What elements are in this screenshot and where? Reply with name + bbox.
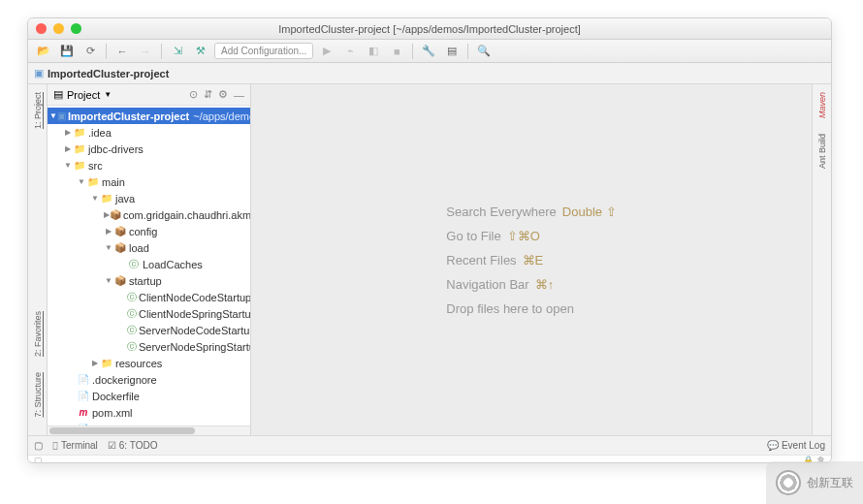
- tree-folder-resources[interactable]: ▶📁resources: [48, 355, 250, 371]
- hint-go-to-file: Go to File: [446, 229, 500, 243]
- hint-key: ⌘E: [523, 253, 544, 268]
- tree-hint: ~/apps/demos/Import: [193, 110, 250, 122]
- save-icon[interactable]: 💾: [57, 43, 77, 60]
- collapse-icon[interactable]: ⇵: [204, 88, 212, 101]
- todo-icon: ☑: [108, 440, 116, 451]
- project-tree[interactable]: ▼▣ ImportedCluster-project ~/apps/demos/…: [48, 106, 250, 425]
- project-tool-window: ▤ Project ▼ ⊙ ⇵ ⚙ — ▼▣ ImportedCluster-p…: [48, 84, 251, 435]
- watermark-text: 创新互联: [807, 475, 853, 491]
- tree-root[interactable]: ▼▣ ImportedCluster-project ~/apps/demos/…: [48, 108, 250, 124]
- breadcrumb-root[interactable]: ImportedCluster-project: [48, 68, 169, 79]
- tree-file-dockerfile[interactable]: 📄Dockerfile: [48, 388, 250, 404]
- hint-key: ⌘↑: [535, 277, 555, 292]
- search-icon[interactable]: 🔍: [474, 43, 494, 60]
- tree-class-s4[interactable]: ⓒServerNodeSpringStartup: [48, 338, 250, 355]
- event-log-tab[interactable]: 💬Event Log: [767, 440, 825, 451]
- status-show-icon[interactable]: ▢: [34, 440, 43, 451]
- hammer-icon[interactable]: ⚒: [191, 43, 210, 60]
- main-toolbar: 📂 💾 ⟳ ← → ⇲ ⚒ Add Configuration... ▶ ⌁ ◧…: [28, 40, 831, 63]
- project-icon: ▣: [34, 67, 44, 79]
- run-config-dropdown[interactable]: Add Configuration...: [214, 43, 313, 59]
- right-gutter: Maven Ant Build: [812, 84, 831, 435]
- gear-icon[interactable]: ⚙: [218, 88, 228, 101]
- forward-icon[interactable]: →: [136, 43, 155, 60]
- tree-class-s1[interactable]: ⓒClientNodeCodeStartup: [48, 289, 250, 305]
- horizontal-scrollbar[interactable]: [48, 425, 250, 435]
- tree-package-load[interactable]: ▼📦load: [48, 239, 250, 256]
- tree-folder-java[interactable]: ▼📁java: [48, 190, 250, 206]
- stop-icon[interactable]: ■: [387, 43, 406, 60]
- tree-class-loadcaches[interactable]: ⓒLoadCaches: [48, 256, 250, 272]
- navigation-bar[interactable]: ▣ ImportedCluster-project: [28, 63, 831, 84]
- tool-project-tab[interactable]: 1: Project: [33, 88, 43, 133]
- todo-tab[interactable]: ☑6: TODO: [108, 440, 158, 451]
- terminal-icon: ⌷: [52, 440, 58, 451]
- tree-package-startup[interactable]: ▼📦startup: [48, 272, 250, 289]
- structure-icon[interactable]: ▤: [442, 43, 462, 60]
- tool-favorites-tab[interactable]: 2: Favorites: [33, 307, 43, 361]
- debug-icon[interactable]: ⌁: [340, 43, 360, 60]
- open-icon[interactable]: 📂: [34, 43, 53, 60]
- hint-key: ⇧⌘O: [507, 229, 540, 243]
- hint-key: Double ⇧: [562, 205, 617, 219]
- chevron-down-icon[interactable]: ▼: [104, 90, 112, 99]
- build-icon[interactable]: ⇲: [168, 43, 187, 60]
- status-bar: ▢ ⌷Terminal ☑6: TODO 💬Event Log: [28, 435, 831, 455]
- window-title: ImportedCluster-project [~/apps/demos/Im…: [28, 23, 831, 35]
- terminal-tab[interactable]: ⌷Terminal: [52, 440, 98, 451]
- project-view-icon: ▤: [53, 88, 63, 101]
- tree-class-s2[interactable]: ⓒClientNodeSpringStartup: [48, 305, 250, 322]
- tree-folder-idea[interactable]: ▶📁.idea: [48, 124, 250, 141]
- tree-package-config[interactable]: ▶📦config: [48, 223, 250, 239]
- speech-icon: 💬: [767, 440, 779, 451]
- wrench-icon[interactable]: 🔧: [419, 43, 438, 60]
- hint-recent-files: Recent Files: [446, 253, 516, 268]
- ide-body: 1: Project 2: Favorites 7: Structure ▤ P…: [28, 84, 831, 435]
- tree-file-pom[interactable]: mpom.xml: [48, 404, 250, 421]
- tree-folder-main[interactable]: ▼📁main: [48, 173, 250, 190]
- watermark: 创新互联: [766, 461, 863, 504]
- tool-maven-tab[interactable]: Maven: [817, 88, 827, 122]
- locate-icon[interactable]: ⊙: [189, 88, 198, 101]
- tree-label: ImportedCluster-project: [68, 110, 189, 122]
- ide-window: ImportedCluster-project [~/apps/demos/Im…: [27, 17, 832, 463]
- run-icon[interactable]: ▶: [317, 43, 336, 60]
- hint-nav-bar: Navigation Bar: [446, 277, 528, 292]
- hint-drop-files: Drop files here to open: [446, 301, 574, 316]
- tool-ant-tab[interactable]: Ant Build: [817, 130, 827, 173]
- hide-icon[interactable]: —: [234, 89, 244, 101]
- tree-class-s3[interactable]: ⓒServerNodeCodeStartup: [48, 322, 250, 338]
- refresh-icon[interactable]: ⟳: [80, 43, 100, 60]
- tree-file-dockerignore[interactable]: 📄.dockerignore: [48, 371, 250, 388]
- watermark-logo-icon: [776, 470, 801, 495]
- tool-structure-tab[interactable]: 7: Structure: [33, 368, 43, 422]
- welcome-hints: Search EverywhereDouble ⇧ Go to File⇧⌘O …: [446, 205, 616, 316]
- tree-folder-jdbc[interactable]: ▶📁jdbc-drivers: [48, 141, 250, 157]
- corner-icon-left[interactable]: ▢: [34, 456, 43, 463]
- back-icon[interactable]: ←: [112, 43, 132, 60]
- scrollbar-thumb[interactable]: [49, 427, 195, 434]
- tree-folder-src[interactable]: ▼📁src: [48, 157, 250, 173]
- separator: [161, 44, 162, 59]
- project-view-dropdown[interactable]: Project: [67, 89, 100, 101]
- coverage-icon[interactable]: ◧: [364, 43, 383, 60]
- separator: [106, 44, 107, 59]
- separator: [412, 44, 413, 59]
- titlebar: ImportedCluster-project [~/apps/demos/Im…: [28, 18, 831, 40]
- left-gutter: 1: Project 2: Favorites 7: Structure: [28, 84, 48, 435]
- hint-search-everywhere: Search Everywhere: [446, 205, 556, 219]
- bottom-strip: ▢ 🔒 🗑: [28, 455, 831, 462]
- project-tool-header: ▤ Project ▼ ⊙ ⇵ ⚙ —: [48, 84, 250, 106]
- editor-empty-state[interactable]: Search EverywhereDouble ⇧ Go to File⇧⌘O …: [251, 84, 812, 435]
- separator: [467, 44, 468, 59]
- tree-package[interactable]: ▶📦com.gridgain.chaudhri.akmal.model: [48, 206, 250, 223]
